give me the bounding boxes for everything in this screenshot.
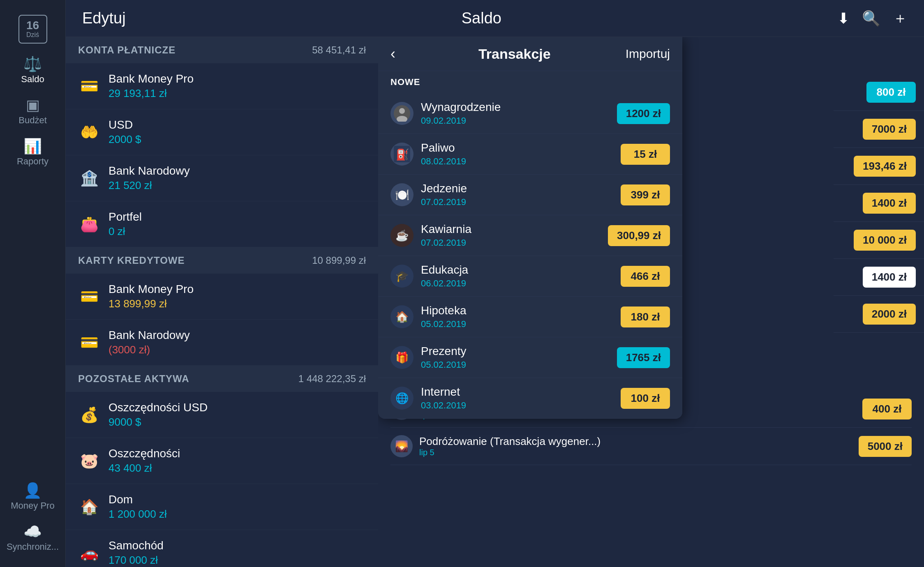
account-card-bank-money-pro[interactable]: 💳 Bank Money Pro 13 899,99 zł (66, 274, 378, 320)
transactions-overlay: ‹ Transakcje Importuj NOWE (378, 37, 682, 419)
bank-icon: 🏦 (78, 170, 100, 187)
trans-item-hipoteka[interactable]: 🏠 Hipoteka 05.02.2019 180 zł (378, 297, 682, 337)
trans-item-kawiarnia[interactable]: ☕ Kawiarnia 07.02.2019 300,99 zł (378, 215, 682, 256)
raporty-icon: 📊 (23, 139, 42, 154)
account-balance: 9000 $ (109, 416, 366, 429)
portfel-icon: 👛 (78, 216, 100, 233)
accounts-panel: KONTA PŁATNICZE 58 451,41 zł 💳 Bank Mone… (66, 37, 378, 567)
trans-name: Wynagrodzenie (421, 101, 617, 114)
trans-item-wynagrodzenie[interactable]: Wynagrodzenie 09.02.2019 1200 zł (378, 93, 682, 134)
import-button[interactable]: Importuj (626, 47, 670, 61)
trans-item-paliwo[interactable]: ⛽ Paliwo 08.02.2019 15 zł (378, 134, 682, 175)
account-balance: (3000 zł) (109, 343, 366, 356)
trans-avatar-prezenty: 🎁 (390, 346, 413, 369)
trans-item-prezenty[interactable]: 🎁 Prezenty 05.02.2019 1765 zł (378, 337, 682, 378)
trans-name: Internet (421, 385, 621, 399)
trans-avatar-paliwo: ⛽ (390, 143, 413, 166)
account-balance: 1 200 000 zł (109, 508, 366, 521)
sidebar-item-moneypro[interactable]: 👤 Money Pro (0, 477, 65, 518)
date-label: Dziś (26, 31, 39, 39)
trans-avatar-kawiarnia: ☕ (390, 224, 413, 247)
sidebar-item-raporty[interactable]: 📊 Raporty (0, 132, 65, 173)
account-info: Oszczędności 43 400 zł (109, 447, 366, 475)
edge-amount-2: 7000 zł (863, 119, 916, 140)
date-number: 16 (26, 20, 39, 31)
synchroniz-icon: ☁️ (23, 524, 42, 539)
account-balance: 21 520 zł (109, 179, 366, 192)
account-balance: 2000 $ (109, 133, 366, 146)
account-dom[interactable]: 🏠 Dom 1 200 000 zł (66, 484, 378, 530)
karty-kredytowe-total: 10 899,99 zł (312, 255, 366, 266)
account-name: USD (109, 118, 366, 131)
account-info: Dom 1 200 000 zł (109, 493, 366, 521)
trans-name: Hipoteka (421, 304, 621, 317)
account-samochod[interactable]: 🚗 Samochód 170 000 zł (66, 530, 378, 567)
edge-amount-4: 1400 zł (863, 193, 916, 214)
new-section-label: NOWE (378, 71, 682, 93)
add-icon[interactable]: ＋ (893, 8, 908, 28)
account-info: Bank Money Pro 13 899,99 zł (109, 283, 366, 310)
section-pozostale-aktywa: POZOSTAŁE AKTYWA 1 448 222,35 zł (66, 366, 378, 392)
date-box: 16 Dziś (18, 15, 47, 44)
right-row-podroz-trans[interactable]: 🌄 Podróżowanie (Transakcja wygener...) l… (390, 428, 912, 465)
sidebar-label-raporty: Raporty (17, 156, 49, 167)
content: KONTA PŁATNICZE 58 451,41 zł 💳 Bank Mone… (66, 37, 924, 567)
account-balance: 0 zł (109, 225, 366, 238)
trans-date: 05.02.2019 (421, 319, 621, 330)
account-bank-narodowy[interactable]: 🏦 Bank Narodowy 21 520 zł (66, 155, 378, 201)
sidebar-item-budzet[interactable]: ▣ Budżet (0, 91, 65, 132)
card-icon: 💳 (78, 288, 100, 305)
card2-icon: 💳 (78, 334, 100, 351)
trans-date: 07.02.2019 (421, 197, 621, 207)
trans-date: 05.02.2019 (421, 360, 617, 370)
trans-info: Wynagrodzenie 09.02.2019 (421, 101, 617, 126)
trans-info: Internet 03.02.2019 (421, 385, 621, 411)
download-icon[interactable]: ⬇ (837, 10, 850, 27)
edge-amount-1: 800 zł (866, 82, 916, 103)
sidebar-label-synchroniz: Synchroniz... (7, 542, 59, 552)
trans-amount: 180 zł (621, 307, 670, 327)
konta-platnicze-total: 58 451,41 zł (312, 44, 366, 56)
account-usd[interactable]: 🤲 USD 2000 $ (66, 109, 378, 155)
account-info: Oszczędności USD 9000 $ (109, 401, 366, 429)
trans-avatar-jedzenie: 🍽️ (390, 183, 413, 206)
usd-icon: 🤲 (78, 124, 100, 141)
trans-name: Prezenty (421, 345, 617, 358)
account-oszczednosci-usd[interactable]: 💰 Oszczędności USD 9000 $ (66, 392, 378, 438)
edge-amount-7: 2000 zł (863, 304, 916, 325)
trans-item-jedzenie[interactable]: 🍽️ Jedzenie 07.02.2019 399 zł (378, 175, 682, 215)
trans-amount: 1765 zł (617, 347, 670, 368)
trans-avatar-wynagrodzenie (390, 102, 413, 125)
trans-amount: 399 zł (621, 184, 670, 205)
house-icon: 🏠 (78, 498, 100, 516)
account-name: Dom (109, 493, 366, 506)
account-info: Bank Money Pro 29 193,11 zł (109, 72, 366, 100)
trans-info: Hipoteka 05.02.2019 (421, 304, 621, 330)
account-card-bank-narodowy[interactable]: 💳 Bank Narodowy (3000 zł) (66, 320, 378, 366)
account-oszczednosci[interactable]: 🐷 Oszczędności 43 400 zł (66, 438, 378, 484)
right-edge-amounts: 800 zł 7000 zł 193,46 zł 1400 zł 10 000 … (834, 74, 924, 333)
row-amount: 5000 zł (859, 436, 912, 457)
trans-amount: 300,99 zł (608, 225, 670, 246)
trans-item-edukacja[interactable]: 🎓 Edukacja 06.02.2019 466 zł (378, 256, 682, 297)
sidebar-item-dzis[interactable]: 16 Dziś (0, 8, 65, 50)
account-name: Bank Narodowy (109, 164, 366, 177)
sidebar-item-synchroniz[interactable]: ☁️ Synchroniz... (0, 518, 65, 559)
account-portfel[interactable]: 👛 Portfel 0 zł (66, 201, 378, 247)
search-icon[interactable]: 🔍 (862, 10, 880, 27)
trans-amount: 1200 zł (617, 103, 670, 124)
trans-item-internet[interactable]: 🌐 Internet 03.02.2019 100 zł (378, 378, 682, 419)
account-balance: 43 400 zł (109, 462, 366, 475)
podroz-trans-icon: 🌄 (390, 435, 413, 457)
trans-amount: 466 zł (621, 266, 670, 287)
trans-date: 09.02.2019 (421, 115, 617, 126)
account-balance: 29 193,11 zł (109, 87, 366, 100)
transactions-header: ‹ Transakcje Importuj (378, 37, 682, 71)
sidebar-item-saldo[interactable]: ⚖️ Saldo (0, 50, 65, 91)
trans-name: Kawiarnia (421, 223, 608, 236)
back-button[interactable]: ‹ (390, 45, 395, 62)
account-info: Bank Narodowy (3000 zł) (109, 329, 366, 356)
account-bank-money-pro[interactable]: 💳 Bank Money Pro 29 193,11 zł (66, 63, 378, 109)
budzet-icon: ▣ (26, 98, 40, 113)
edit-button[interactable]: Edytuj (82, 9, 126, 27)
